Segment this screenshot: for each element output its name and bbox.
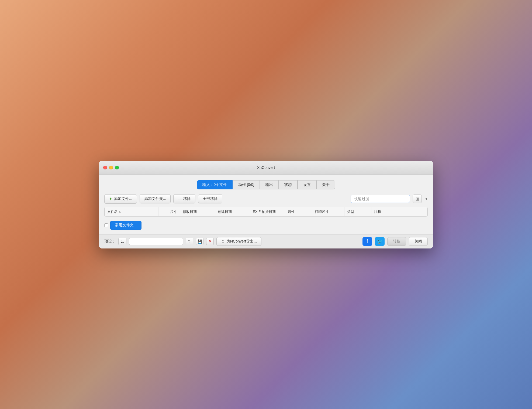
facebook-button[interactable]: f	[362, 237, 372, 246]
add-folder-button[interactable]: 添加文件夹...	[140, 194, 171, 203]
save-icon: 💾	[198, 239, 202, 244]
preset-delete-button[interactable]: ✕	[206, 238, 214, 245]
convert-button[interactable]: 转换	[387, 237, 406, 246]
export-button[interactable]: 🗒 为NConvert导出...	[216, 237, 261, 246]
arrows-icon: ⇅	[188, 240, 191, 243]
minus-icon: —	[178, 197, 182, 201]
remove-button[interactable]: — 移除	[173, 194, 195, 203]
tab-output[interactable]: 输出	[260, 180, 279, 189]
window-title: XnConvert	[257, 165, 275, 170]
twitter-icon: 🐦	[377, 238, 383, 244]
tab-status[interactable]: 状态	[279, 180, 298, 189]
column-header-modified[interactable]: 修改日期	[180, 207, 215, 216]
column-header-created[interactable]: 创建日期	[215, 207, 250, 216]
column-header-size[interactable]: 尺寸	[158, 207, 180, 216]
toolbar: ✦ 添加文件... 添加文件夹... — 移除 全部移除 ⊞ ▼	[104, 194, 428, 204]
tab-bar: 输入：0个文件 动作 [0/0] 输出 状态 设置 关于	[104, 180, 428, 189]
tab-input[interactable]: 输入：0个文件	[197, 180, 233, 189]
column-header-notes[interactable]: 注释	[371, 207, 427, 216]
facebook-icon: f	[367, 238, 368, 244]
delete-icon: ✕	[208, 239, 212, 244]
maximize-window-button[interactable]	[115, 166, 119, 169]
export-icon: 🗒	[221, 239, 225, 244]
bottom-toolbar: 常用文件夹...	[104, 217, 428, 234]
sort-arrow-icon: ∧	[119, 210, 121, 213]
column-header-exif[interactable]: EXIF 拍摄日期	[250, 207, 285, 216]
view-dropdown-arrow[interactable]: ▼	[425, 197, 428, 200]
column-header-type[interactable]: 类型	[344, 207, 371, 216]
preset-folder-button[interactable]: 🗂	[118, 238, 126, 245]
column-header-filename[interactable]: 文件名 ∧	[105, 207, 158, 216]
minimize-window-button[interactable]	[109, 166, 113, 169]
preset-arrows-button[interactable]: ⇅	[186, 238, 193, 245]
favorites-button[interactable]: 常用文件夹...	[110, 221, 141, 230]
table-header: 文件名 ∧ 尺寸 修改日期 创建日期 EXIF 拍摄日期 属性	[105, 207, 427, 217]
folder-icon: 🗂	[120, 239, 125, 244]
filter-input[interactable]	[351, 195, 410, 203]
preset-input[interactable]	[129, 238, 183, 245]
file-list-panel: 文件名 ∧ 尺寸 修改日期 创建日期 EXIF 拍摄日期 属性	[104, 207, 428, 217]
grid-icon: ⊞	[416, 196, 419, 202]
close-window-button[interactable]	[103, 166, 107, 169]
plus-icon: ✦	[109, 196, 112, 202]
grid-view-button[interactable]: ⊞	[413, 195, 422, 203]
column-header-print[interactable]: 打印尺寸	[312, 207, 344, 216]
preset-save-button[interactable]: 💾	[196, 238, 203, 245]
close-button[interactable]: 关闭	[409, 237, 428, 246]
tab-settings[interactable]: 设置	[298, 180, 316, 189]
remove-all-button[interactable]: 全部移除	[198, 194, 222, 203]
title-bar: XnConvert	[99, 161, 433, 175]
tab-action[interactable]: 动作 [0/0]	[233, 180, 260, 189]
footer: 预设： 🗂 ⇅ 💾 ✕ 🗒 为NConvert导出... f 🐦 转换 关闭	[99, 234, 433, 248]
column-header-attr[interactable]: 属性	[285, 207, 312, 216]
favorites-checkbox[interactable]	[104, 223, 108, 227]
preset-label: 预设：	[104, 239, 116, 244]
traffic-lights	[103, 166, 119, 169]
content-area: 输入：0个文件 动作 [0/0] 输出 状态 设置 关于 ✦ 添加文件... 添…	[99, 175, 433, 234]
main-window: XnConvert 输入：0个文件 动作 [0/0] 输出 状态 设置 关于 ✦…	[99, 161, 433, 248]
twitter-button[interactable]: 🐦	[375, 237, 385, 246]
add-file-button[interactable]: ✦ 添加文件...	[104, 194, 137, 204]
tab-about[interactable]: 关于	[316, 180, 335, 189]
